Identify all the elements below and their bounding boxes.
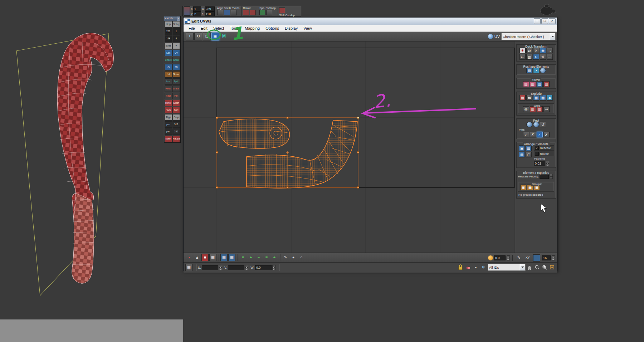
menu-edit[interactable]: Edit [198,25,210,31]
help-button[interactable]: Help [165,21,172,28]
align-verts-v-button[interactable] [231,10,237,15]
norm-button[interactable]: Norm [165,136,172,142]
pack-button[interactable]: Pack [165,107,172,113]
scale-tool-button[interactable]: □ [203,33,211,40]
padding-spinner[interactable] [546,161,549,166]
element-mode-button[interactable]: ▦ [209,254,216,261]
freeform-tool-button[interactable]: ▣ [211,33,219,40]
spinner-4-field[interactable]: 4 [172,35,180,42]
menu-display[interactable]: Display [282,25,301,31]
padding-field[interactable]: 0.02 [534,161,545,166]
window-titlebar[interactable]: Edit UVWs – □ ✕ [184,18,557,25]
handle-top-left[interactable] [216,117,218,119]
soft-selection-spinner[interactable] [507,255,510,260]
relax-button[interactable]: Relax [165,86,172,92]
stitch-button[interactable]: Stitch [172,100,180,106]
edit-uv-button2[interactable]: UV [172,50,180,56]
falloff-brush-button[interactable]: ✎ [515,254,522,262]
rotate-ccw-button[interactable] [243,10,249,15]
size-128-field[interactable]: 128 [165,35,172,42]
shrink-selection-button[interactable]: − [255,254,262,261]
edge-ring-button[interactable]: ≡ [263,254,270,261]
h-field[interactable]: 110 [205,11,215,16]
soft-selection-field[interactable]: 0.0 [494,255,506,260]
zoom-icon[interactable] [534,264,541,271]
rotate-option[interactable]: Rotate [534,151,554,156]
align-shells-button[interactable] [217,10,223,15]
spinner-1-field[interactable]: 1 [172,28,180,35]
dropdown-arrow-icon[interactable] [520,264,525,270]
u-spinner[interactable] [219,265,222,270]
linear-button[interactable]: Linear [172,86,180,92]
align-v-icon[interactable]: ⇅ [540,54,546,60]
absolute-offset-toggle[interactable]: ▦ [185,264,192,271]
minimize-button[interactable]: – [534,18,541,24]
material-id-dropdown[interactable]: All IDs [488,264,526,271]
pix-512-field[interactable]: 512 [172,121,180,128]
paint-select-button[interactable]: ✎ [282,254,289,261]
space-button[interactable] [266,10,272,15]
v-spinner[interactable] [245,265,248,270]
rotate-90-icon[interactable]: ↻ [533,54,539,60]
per-button[interactable]: per. [165,128,172,135]
align-button[interactable]: Align [165,114,172,121]
loop-grow-button[interactable]: + [271,254,278,261]
uv-shells[interactable] [219,118,357,188]
handle-mid-left[interactable] [216,152,218,153]
edge-loop-button[interactable]: ≡ [239,254,247,261]
gizmo-center-handle[interactable] [286,151,289,154]
zoom-region-icon[interactable] [542,264,548,271]
u-field[interactable] [202,265,218,270]
refset-button[interactable]: Ref.Set [172,136,180,142]
select-by-object-button[interactable]: ▦ [220,254,228,261]
pattern-sphere-icon[interactable] [488,34,493,39]
edit-uv-button[interactable]: Edit [165,50,172,56]
sort-button[interactable]: Sort [172,107,180,113]
rotate-tool-button[interactable]: ↻ [194,33,202,40]
check-button[interactable]: Check [165,57,172,63]
face-mode-button[interactable]: ■ [201,254,209,261]
list-button[interactable]: Lst [165,71,172,78]
seam-button[interactable]: Seam [172,71,180,78]
x-field[interactable]: 1 [193,6,201,11]
mirror-button[interactable]: Mirror [165,100,172,106]
pan-hand-icon[interactable] [527,264,533,271]
handle-bottom-right[interactable] [357,187,359,189]
handle-bottom-left[interactable] [216,187,218,189]
grid-size-spinner[interactable] [552,255,555,260]
pin-tool-icon[interactable]: ✓ [523,132,529,137]
w-field[interactable]: 239 [205,6,215,11]
pin-selected-icon[interactable]: ✓ [537,132,543,137]
pix-button[interactable]: pix² [165,121,172,128]
toolbar-grip-icon[interactable] [184,6,190,16]
menu-options[interactable]: Options [263,25,282,31]
zoom-extents-icon[interactable] [549,264,556,271]
rearrange-icon[interactable]: ▤ [519,152,525,157]
rect-button[interactable]: Rect [165,93,172,99]
close-button[interactable]: ✕ [549,18,556,24]
pack-custom-icon[interactable]: ▢ [526,152,532,157]
edge-mode-button[interactable]: ▲ [194,254,201,261]
uv-3d-button[interactable]: 3D [172,64,180,70]
handle-top-mid[interactable] [287,117,288,119]
handle-mid-right[interactable] [357,152,359,153]
highlight-seams-icon[interactable] [465,264,472,271]
menu-mapping[interactable]: Mapping [242,25,263,31]
rotate-cw-button[interactable] [250,10,256,15]
menu-select[interactable]: Select [210,25,227,31]
align-verts-h-button[interactable] [224,10,230,15]
unpin-selected-icon[interactable]: ✗ [543,132,550,137]
dropdown-arrow-icon[interactable] [550,33,555,40]
align-left-icon[interactable]: ⇤ [519,54,526,60]
w-field[interactable]: 0.0 [255,265,272,270]
uv-canvas[interactable] [184,41,515,253]
texture-dropdown[interactable]: CheckerPattern ( Checker ) [501,33,556,40]
lock-selection-icon[interactable] [458,264,464,271]
y-field[interactable]: 2 [193,11,201,16]
pelt-button[interactable]: Pelt [172,93,180,99]
shift-overlap-button[interactable] [279,8,285,13]
grow-selection-button[interactable]: + [247,254,254,261]
xy-space-button[interactable]: XY [524,254,531,262]
setup-button[interactable]: Setup [172,21,180,28]
pixsnap-button[interactable] [259,10,265,15]
